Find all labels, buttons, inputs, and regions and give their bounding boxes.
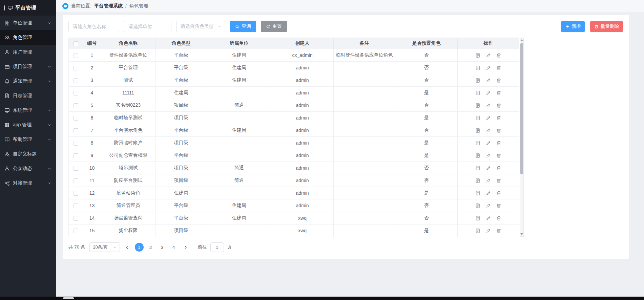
edit-icon[interactable] — [486, 53, 491, 58]
delete-icon[interactable] — [496, 153, 501, 158]
row-checkbox[interactable] — [74, 128, 78, 133]
page-number-1[interactable]: 1 — [135, 243, 144, 252]
detail-icon[interactable] — [475, 228, 480, 233]
row-checkbox[interactable] — [74, 229, 78, 233]
edit-icon[interactable] — [486, 141, 491, 146]
detail-icon[interactable] — [475, 166, 480, 171]
sidebar-item-project-management[interactable]: 项目管理 — [0, 59, 56, 74]
goto-label: 前往 — [198, 244, 207, 250]
row-checkbox[interactable] — [74, 141, 78, 146]
batch-delete-button[interactable]: 批量删除 — [590, 21, 623, 32]
delete-icon[interactable] — [496, 166, 501, 171]
row-checkbox[interactable] — [74, 66, 78, 70]
breadcrumb-root[interactable]: 平台管理系统 — [94, 3, 123, 9]
detail-icon[interactable] — [475, 53, 480, 58]
sidebar-item-public-dynamics[interactable]: 公众动态 — [0, 161, 56, 176]
edit-icon[interactable] — [486, 216, 491, 221]
unit-input[interactable] — [124, 21, 171, 32]
prev-page-button[interactable] — [123, 243, 131, 251]
edit-icon[interactable] — [486, 65, 491, 70]
edit-icon[interactable] — [486, 78, 491, 83]
sidebar-item-custom-title[interactable]: 自定义标题 — [0, 147, 56, 161]
sidebar-item-role-management[interactable]: 角色管理 — [0, 30, 56, 45]
page-number-4[interactable]: 4 — [169, 243, 178, 252]
sidebar-item-system-management[interactable]: 系统管理 — [0, 103, 56, 117]
edit-icon[interactable] — [486, 191, 491, 196]
next-page-button[interactable] — [182, 243, 190, 251]
select-all-checkbox[interactable] — [74, 41, 78, 46]
row-checkbox[interactable] — [74, 53, 78, 58]
role-type-select[interactable]: 请选择角色类型 — [176, 21, 225, 32]
delete-icon[interactable] — [496, 178, 501, 183]
sidebar-item-user-management[interactable]: 用户管理 — [0, 45, 56, 59]
edit-icon[interactable] — [486, 203, 491, 208]
delete-icon[interactable] — [496, 203, 501, 208]
page-number-3[interactable]: 3 — [158, 243, 167, 252]
cell-role-type: 项目级 — [155, 137, 207, 149]
row-checkbox[interactable] — [74, 91, 78, 95]
row-checkbox[interactable] — [74, 78, 78, 83]
role-name-input[interactable] — [68, 21, 119, 32]
sidebar-item-app-management[interactable]: app 管理 — [0, 117, 56, 132]
delete-icon[interactable] — [496, 216, 501, 221]
detail-icon[interactable] — [475, 103, 480, 108]
detail-icon[interactable] — [475, 191, 480, 196]
cell-role-name: 硬件设备供应单位 — [101, 49, 155, 62]
delete-icon[interactable] — [496, 128, 501, 133]
delete-icon[interactable] — [496, 228, 501, 233]
scroll-down-icon[interactable] — [520, 233, 523, 235]
delete-icon[interactable] — [496, 191, 501, 196]
row-checkbox[interactable] — [74, 166, 78, 171]
edit-icon[interactable] — [486, 128, 491, 133]
edit-icon[interactable] — [486, 90, 491, 95]
row-checkbox[interactable] — [74, 103, 78, 108]
cell-remark — [334, 149, 395, 162]
detail-icon[interactable] — [475, 65, 480, 70]
page-size-select[interactable]: 20条/页 — [89, 242, 120, 252]
sidebar-item-help-management[interactable]: 帮助管理 — [0, 132, 56, 147]
row-checkbox[interactable] — [74, 116, 78, 121]
detail-icon[interactable] — [475, 216, 480, 221]
sidebar-item-interface-management[interactable]: 对接管理 — [0, 176, 56, 190]
delete-icon[interactable] — [496, 141, 501, 146]
cell-creator: admin — [271, 149, 334, 162]
scrollbar-thumb[interactable] — [520, 43, 523, 174]
row-checkbox[interactable] — [74, 153, 78, 158]
sidebar-item-unit-management[interactable]: 单位管理 — [0, 16, 56, 30]
row-checkbox[interactable] — [74, 216, 78, 221]
detail-icon[interactable] — [475, 115, 480, 121]
reset-button[interactable]: 重置 — [261, 21, 287, 32]
table-scrollbar[interactable] — [520, 38, 524, 237]
edit-icon[interactable] — [486, 228, 491, 233]
edit-icon[interactable] — [486, 103, 491, 108]
add-button[interactable]: 新增 — [561, 21, 585, 32]
detail-icon[interactable] — [475, 178, 480, 183]
edit-icon[interactable] — [486, 178, 491, 183]
horizontal-scrollbar-thumb[interactable] — [63, 297, 74, 299]
delete-icon[interactable] — [496, 53, 501, 58]
delete-icon[interactable] — [496, 65, 501, 70]
row-checkbox[interactable] — [74, 191, 78, 196]
detail-icon[interactable] — [475, 90, 480, 95]
detail-icon[interactable] — [475, 128, 480, 133]
detail-icon[interactable] — [475, 141, 480, 146]
detail-icon[interactable] — [475, 78, 480, 83]
detail-icon[interactable] — [475, 153, 480, 158]
sidebar-item-log-management[interactable]: 日志管理 — [0, 88, 56, 103]
sidebar-item-notice-management[interactable]: 通知管理 — [0, 74, 56, 88]
delete-icon[interactable] — [496, 115, 501, 121]
edit-icon[interactable] — [486, 115, 491, 121]
scroll-up-icon[interactable] — [520, 39, 523, 41]
page-number-2[interactable]: 2 — [146, 243, 155, 252]
edit-icon[interactable] — [486, 166, 491, 171]
row-checkbox[interactable] — [74, 178, 78, 183]
goto-page-input[interactable] — [210, 242, 224, 252]
edit-icon[interactable] — [486, 153, 491, 158]
select-all-header — [69, 38, 83, 49]
delete-icon[interactable] — [496, 103, 501, 108]
row-checkbox[interactable] — [74, 203, 78, 208]
delete-icon[interactable] — [496, 78, 501, 83]
detail-icon[interactable] — [475, 203, 480, 208]
delete-icon[interactable] — [496, 90, 501, 95]
search-button[interactable]: 查询 — [230, 21, 256, 32]
